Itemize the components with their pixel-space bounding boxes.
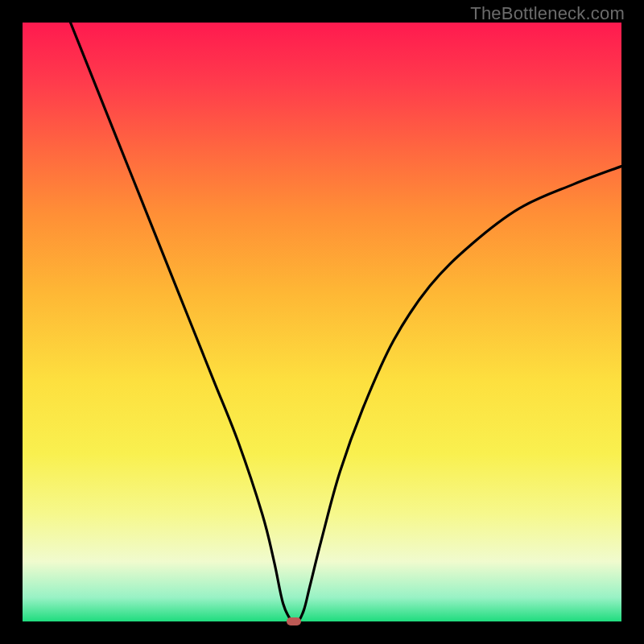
plot-area [23, 23, 621, 621]
minimum-marker [287, 617, 301, 625]
chart-frame: TheBottleneck.com [0, 0, 644, 644]
watermark-text: TheBottleneck.com [470, 3, 625, 24]
curve-svg [23, 23, 621, 621]
bottleneck-curve [71, 23, 621, 621]
